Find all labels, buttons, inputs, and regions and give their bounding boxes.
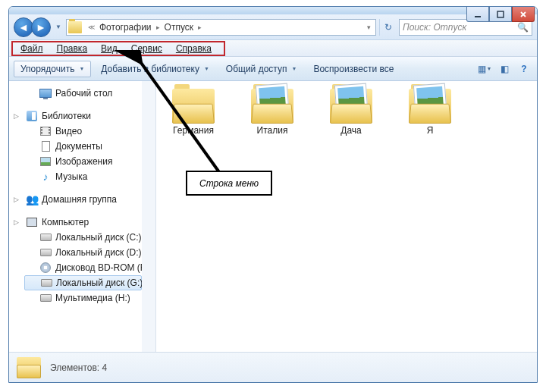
maximize-button[interactable] [489, 7, 512, 22]
command-bar: Упорядочить▼ Добавить в библиотеку▼ Общи… [9, 57, 537, 81]
address-bar[interactable]: ≪ Фотографии ▸ Отпуск ▸ ▾ [66, 19, 376, 36]
preview-pane-button[interactable]: ◧ [496, 61, 513, 77]
close-button[interactable] [512, 7, 535, 22]
sidebar-item-pictures[interactable]: Изображения [9, 154, 155, 169]
image-icon [40, 157, 51, 166]
dropdown-icon: ▼ [291, 66, 297, 71]
help-button[interactable]: ? [516, 61, 532, 77]
dropdown-icon: ▼ [79, 66, 84, 71]
folder-item[interactable]: Италия [240, 89, 305, 136]
menu-edit[interactable]: Правка [50, 42, 95, 55]
address-dropdown[interactable]: ▾ [364, 24, 374, 31]
search-placeholder: Поиск: Отпуск [403, 22, 466, 33]
hdd-icon [40, 249, 52, 256]
share-button[interactable]: Общий доступ▼ [219, 61, 304, 77]
folder-icon [251, 89, 293, 124]
desktop-icon [39, 89, 52, 98]
folder-icon [68, 21, 82, 33]
menu-view[interactable]: Вид [94, 42, 124, 55]
dropdown-icon: ▼ [204, 66, 209, 71]
sidebar-item-music[interactable]: ♪Музыка [9, 169, 155, 184]
menu-help[interactable]: Справка [169, 42, 218, 55]
folder-icon [17, 357, 41, 378]
folder-label: Германия [173, 125, 214, 136]
sidebar-item-drive-h[interactable]: Мультимедиа (H:) [9, 290, 155, 306]
status-text: Элементов: 4 [50, 362, 107, 373]
navigation-pane: ▲ Рабочий стол ▷Библиотеки Видео Докумен… [9, 81, 156, 352]
file-list[interactable]: ГерманияИталияДачаЯ [156, 81, 537, 352]
music-icon: ♪ [39, 171, 52, 183]
organize-button[interactable]: Упорядочить▼ [14, 61, 91, 77]
navigation-bar: ◄ ► ▼ ≪ Фотографии ▸ Отпуск ▸ ▾ ↻ Поиск:… [9, 14, 537, 40]
explorer-window: ◄ ► ▼ ≪ Фотографии ▸ Отпуск ▸ ▾ ↻ Поиск:… [8, 6, 538, 383]
document-icon [42, 141, 50, 152]
sidebar-item-videos[interactable]: Видео [9, 124, 155, 139]
menu-file[interactable]: Файл [14, 42, 50, 55]
hdd-icon [40, 294, 52, 302]
folder-icon [409, 89, 451, 124]
chevron-right-icon: ▸ [153, 24, 163, 31]
folder-item[interactable]: Германия [161, 89, 226, 136]
status-bar: Элементов: 4 [9, 352, 537, 382]
scroll-up-button[interactable]: ▲ [143, 81, 155, 93]
expand-icon[interactable]: ▷ [14, 112, 21, 120]
annotation-callout: Строка меню [186, 171, 272, 196]
menu-bar: Файл Правка Вид Сервис Справка [9, 40, 537, 57]
sidebar-item-drive-d[interactable]: Локальный диск (D:) [9, 245, 155, 260]
computer-icon [27, 218, 37, 227]
breadcrumb-seg[interactable]: Фотографии [98, 22, 153, 33]
sidebar-item-computer[interactable]: ▷Компьютер [9, 215, 155, 230]
expand-icon[interactable]: ▷ [14, 218, 21, 226]
scroll-down-button[interactable]: ▼ [143, 340, 155, 352]
sidebar-item-drive-g[interactable]: Локальный диск (G:) [24, 275, 142, 290]
refresh-button[interactable]: ↻ [379, 19, 396, 36]
dvd-icon [40, 262, 51, 273]
sidebar-item-drive-c[interactable]: Локальный диск (C:) [9, 230, 155, 245]
sidebar-item-drive-f[interactable]: Дисковод BD-ROM (F:) [9, 260, 155, 275]
folder-item[interactable]: Дача [318, 89, 384, 136]
folder-icon [172, 89, 215, 124]
sidebar-item-documents[interactable]: Документы [9, 139, 155, 154]
folder-label: Дача [340, 125, 361, 136]
history-dropdown[interactable]: ▼ [54, 20, 63, 35]
hdd-icon [41, 279, 52, 287]
forward-button[interactable]: ► [31, 17, 51, 37]
add-to-library-button[interactable]: Добавить в библиотеку▼ [94, 61, 215, 77]
folder-icon [330, 89, 372, 124]
view-options-button[interactable]: ▦ ▼ [476, 61, 493, 77]
menu-tools[interactable]: Сервис [124, 42, 169, 55]
svg-rect-0 [475, 16, 481, 17]
homegroup-icon: 👥 [26, 193, 38, 205]
folder-label: Я [427, 125, 434, 136]
sidebar-item-libraries[interactable]: ▷Библиотеки [9, 108, 155, 124]
folder-label: Италия [257, 125, 288, 136]
minimize-button[interactable] [466, 7, 489, 22]
chevron-icon: ≪ [85, 24, 98, 31]
sidebar-item-desktop[interactable]: Рабочий стол [9, 86, 155, 101]
titlebar [9, 7, 537, 14]
chevron-right-icon: ▸ [195, 24, 205, 31]
expand-icon[interactable]: ▷ [14, 196, 21, 203]
svg-rect-1 [497, 11, 504, 17]
folder-item[interactable]: Я [397, 89, 463, 136]
play-all-button[interactable]: Воспроизвести все [306, 61, 400, 77]
libraries-icon [27, 111, 37, 121]
hdd-icon [40, 234, 52, 241]
breadcrumb-seg[interactable]: Отпуск [163, 22, 195, 33]
sidebar-item-homegroup[interactable]: ▷👥Домашняя группа [9, 192, 155, 207]
search-icon: 🔍 [517, 22, 529, 33]
video-icon [40, 127, 51, 136]
